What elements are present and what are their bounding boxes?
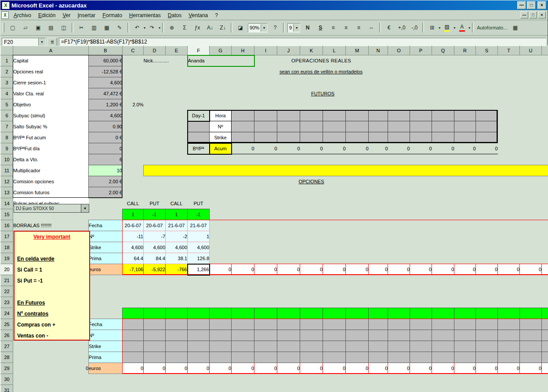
cell-Q23[interactable] — [432, 297, 454, 308]
cell-D9[interactable] — [144, 143, 166, 154]
menu-ver[interactable]: Ver — [59, 11, 74, 19]
cell-C6[interactable] — [123, 110, 144, 121]
cell-I20[interactable]: 0 — [254, 264, 277, 275]
menu-datos[interactable]: Datos — [164, 11, 185, 19]
cell-Q16[interactable] — [432, 220, 454, 231]
cell-P23[interactable] — [410, 297, 432, 308]
cell-L21[interactable] — [323, 275, 346, 286]
cell-U17[interactable] — [520, 231, 542, 242]
column-header-S[interactable]: S — [476, 46, 498, 55]
cell-B16[interactable]: Fecha — [89, 220, 123, 231]
cell-C24[interactable] — [123, 308, 144, 319]
cell-S12[interactable] — [476, 176, 498, 187]
cell-C25[interactable] — [123, 319, 144, 330]
cell-T18[interactable] — [498, 242, 520, 253]
cell-P9[interactable]: 0 — [410, 143, 432, 154]
cell-V16[interactable] — [542, 220, 548, 231]
cell-R18[interactable] — [454, 242, 476, 253]
cell-K30[interactable] — [300, 374, 323, 385]
cell-G30[interactable] — [210, 374, 232, 385]
cell-B29[interactable]: euros — [89, 363, 123, 374]
cell-V25[interactable] — [542, 319, 548, 330]
cell-K6[interactable] — [300, 110, 323, 121]
close-button[interactable]: × — [537, 1, 546, 9]
cell-R17[interactable] — [454, 231, 476, 242]
cell-C11[interactable] — [123, 165, 144, 176]
cell-M15[interactable] — [346, 209, 369, 220]
cell-R31[interactable] — [454, 385, 476, 392]
cell-P26[interactable] — [410, 330, 432, 341]
cell-B21[interactable] — [89, 275, 123, 286]
cell-Q2[interactable] — [432, 66, 454, 77]
cell-M20[interactable]: 0 — [346, 264, 369, 275]
cell-G10[interactable] — [210, 154, 232, 165]
fill-color-button[interactable]: ▨ — [441, 22, 453, 33]
cell-N21[interactable] — [369, 275, 388, 286]
cell-K7[interactable] — [300, 121, 323, 132]
sort-ascending-button[interactable]: A↓ — [204, 22, 216, 33]
cell-J15[interactable] — [277, 209, 300, 220]
cell-E13[interactable] — [166, 187, 188, 198]
cell-Q27[interactable] — [432, 341, 454, 352]
cell-S22[interactable] — [476, 286, 498, 297]
row-header-27[interactable]: 27 — [1, 341, 13, 352]
cell-D29[interactable]: 0 — [144, 363, 166, 374]
cell-O14[interactable] — [388, 198, 410, 209]
cell-J6[interactable] — [277, 110, 300, 121]
cell-J3[interactable] — [277, 77, 300, 88]
cell-K10[interactable] — [300, 154, 323, 165]
cell-S1[interactable] — [476, 55, 498, 66]
cell-L16[interactable] — [323, 220, 346, 231]
cell-J23[interactable] — [277, 297, 300, 308]
chart-wizard-button[interactable]: ◪ — [234, 22, 247, 33]
cell-N6[interactable] — [369, 110, 388, 121]
cell-H2[interactable] — [232, 66, 254, 77]
cell-C13[interactable] — [123, 187, 144, 198]
cell-K21[interactable] — [300, 275, 323, 286]
cell-B2[interactable]: -12,528 € — [89, 66, 123, 77]
row-header-2[interactable]: 2 — [1, 66, 13, 77]
cell-H30[interactable] — [232, 374, 254, 385]
cell-R3[interactable] — [454, 77, 476, 88]
sort-descending-button[interactable]: Z↓ — [217, 22, 229, 33]
cell-F1[interactable]: Ananda — [188, 55, 254, 66]
cell-L14[interactable] — [323, 198, 346, 209]
cell-C9[interactable] — [123, 143, 144, 154]
cell-G24[interactable] — [210, 308, 232, 319]
cell-A27[interactable] — [13, 341, 89, 352]
row-header-3[interactable]: 3 — [1, 77, 13, 88]
cell-A9[interactable]: Bº/PªFut día — [13, 143, 89, 154]
redo-button-dropdown-icon[interactable]: ▾ — [159, 26, 160, 30]
cell-M3[interactable] — [346, 77, 369, 88]
merge-center-button[interactable]: ⇔ — [365, 22, 377, 33]
cell-G20[interactable]: 0 — [210, 264, 232, 275]
cell-K9[interactable]: 0 — [300, 143, 323, 154]
cell-H21[interactable] — [232, 275, 254, 286]
subyacente-combobox[interactable]: DJ Euro STOXX 50 ▼ — [14, 204, 89, 213]
cell-Q28[interactable] — [432, 352, 454, 363]
cell-S27[interactable] — [476, 341, 498, 352]
row-header-21[interactable]: 21 — [1, 275, 13, 286]
cell-F24[interactable] — [188, 308, 210, 319]
row-header-11[interactable]: 11 — [1, 165, 13, 176]
cell-M7[interactable] — [346, 121, 369, 132]
paste-function-button[interactable]: ƒx — [191, 22, 203, 33]
cell-I6[interactable] — [254, 110, 277, 121]
cell-C8[interactable] — [123, 132, 144, 143]
row-header-5[interactable]: 5 — [1, 99, 13, 110]
cell-I25[interactable] — [254, 319, 277, 330]
cell-T13[interactable] — [498, 187, 520, 198]
cell-M4[interactable] — [346, 88, 369, 99]
cell-B6[interactable]: 4,600 — [89, 110, 123, 121]
cell-N19[interactable] — [369, 253, 388, 264]
cell-B7[interactable]: 0.90 — [89, 121, 123, 132]
cell-A6[interactable]: Subyac (simul) — [13, 110, 89, 121]
cell-O10[interactable] — [388, 154, 410, 165]
column-header-A[interactable]: A — [13, 46, 89, 55]
cell-I12[interactable] — [254, 176, 277, 187]
cell-M28[interactable] — [346, 352, 369, 363]
cell-E24[interactable] — [166, 308, 188, 319]
cell-N10[interactable] — [369, 154, 388, 165]
cell-U29[interactable]: 0 — [520, 363, 542, 374]
cell-F3[interactable] — [188, 77, 210, 88]
